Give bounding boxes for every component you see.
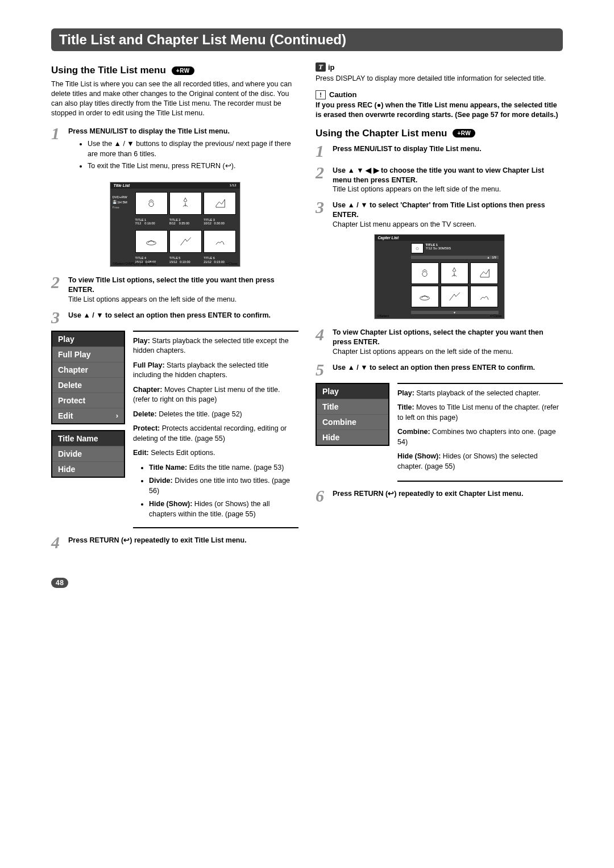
tl-time-free: 1H 5M bbox=[117, 201, 127, 204]
title-thumb-6 bbox=[204, 230, 236, 253]
tl-cap-2: TITLE 2 8/12 0:35:00 bbox=[169, 218, 202, 226]
chapter-thumb-3 bbox=[470, 262, 498, 284]
tip-text: Press DISPLAY to display more detailed t… bbox=[316, 74, 563, 84]
step-1-bullet-1: Use the ▲ / ▼ buttons to display the pre… bbox=[88, 139, 298, 159]
r-step-6: 6 Press RETURN (↩) repeatedly to exit Ch… bbox=[316, 487, 563, 504]
option-title: Title bbox=[317, 399, 388, 414]
chapter-list-screenshot: Capter List TITLE 1 7/12 Su 30M59S ▲ 1/9… bbox=[374, 234, 505, 319]
step-number-icon: 1 bbox=[316, 143, 329, 160]
chapter-thumb-6 bbox=[470, 286, 498, 307]
r-step3-text: Chapter List menu appears on the TV scre… bbox=[333, 220, 476, 228]
r-step2-text: Title List options appears on the left s… bbox=[333, 185, 501, 193]
section-heading-title-list: Using the Title List menu +RW bbox=[51, 65, 298, 76]
chapter-thumb-2 bbox=[441, 262, 468, 284]
r-options-box: Play Title Combine Hide bbox=[316, 383, 389, 446]
svg-point-0 bbox=[149, 202, 154, 206]
intro-paragraph: The Title List is where you can see the … bbox=[51, 80, 298, 118]
cl-title-thumb bbox=[411, 243, 424, 253]
cl-count: 1/9 bbox=[492, 256, 496, 259]
r-step3-bold: Use ▲ / ▼ to select 'Chapter' from Title… bbox=[333, 201, 545, 219]
r-step4-bold: To view Chapter List options, select the… bbox=[333, 328, 544, 346]
tip-icon: T bbox=[316, 62, 326, 72]
title-thumb-4 bbox=[135, 230, 168, 253]
options-desc-row: Play Full Play Chapter Delete Protect Ed… bbox=[51, 331, 298, 529]
option-edit: Edit› bbox=[52, 408, 124, 423]
two-column-layout: Using the Title List menu +RW The Title … bbox=[51, 62, 563, 556]
left-column: Using the Title List menu +RW The Title … bbox=[51, 62, 298, 556]
step-number-icon: 3 bbox=[51, 309, 65, 326]
options-box-2: Title Name Divide Hide bbox=[51, 430, 125, 478]
caution-label: Caution bbox=[329, 90, 356, 99]
rw-badge: +RW bbox=[172, 66, 194, 75]
step-number-icon: 6 bbox=[316, 487, 329, 504]
option-hide: Hide bbox=[52, 461, 124, 477]
chapter-thumb-5 bbox=[441, 286, 468, 307]
option-full-play: Full Play bbox=[52, 347, 124, 362]
tl-header: Title List bbox=[114, 183, 130, 187]
step-number-icon: 4 bbox=[316, 326, 329, 357]
caution-text: If you press REC (●) when the Title List… bbox=[316, 101, 563, 120]
right-column: T ip Press DISPLAY to display more detai… bbox=[316, 62, 563, 556]
title-thumb-5 bbox=[169, 230, 202, 253]
title-thumb-1 bbox=[135, 192, 168, 215]
section-heading-chapter-list: Using the Chapter List menu +RW bbox=[316, 128, 563, 139]
title-list-screenshot: Title List 1/12 DVD+RW 💾 1H 5M Free TITL… bbox=[110, 182, 240, 267]
step-number-icon: 2 bbox=[316, 164, 329, 195]
step-1: 1 Press MENU/LIST to display the Title L… bbox=[51, 125, 298, 177]
page-title-bar: Title List and Chapter List Menu (Contin… bbox=[51, 28, 563, 51]
step-number-icon: 5 bbox=[316, 361, 329, 378]
heading-text: Using the Chapter List menu bbox=[316, 128, 447, 139]
option-protect: Protect bbox=[52, 393, 124, 408]
r-step5-bold: Use ▲ / ▼ to select an option then press… bbox=[333, 364, 535, 372]
step-number-icon: 1 bbox=[51, 125, 65, 177]
option-play: Play bbox=[52, 332, 124, 347]
option-play: Play bbox=[317, 384, 388, 399]
tl-side-info: DVD+RW 💾 1H 5M Free bbox=[113, 195, 127, 210]
r-options-desc-row: Play Title Combine Hide Play: Starts pla… bbox=[316, 383, 563, 482]
r-step-1: 1 Press MENU/LIST to display Title List … bbox=[316, 143, 563, 160]
tl-cap-3: TITLE 3 10/12 0:30:00 bbox=[204, 218, 236, 226]
step-4-bold: Press RETURN (↩) repeatedly to exit Titl… bbox=[68, 536, 247, 544]
title-thumb-2 bbox=[169, 192, 202, 215]
r-step-2: 2 Use ▲ ▼ ◀ ▶ to choose the title you wa… bbox=[316, 164, 563, 195]
svg-point-3 bbox=[422, 272, 427, 276]
tl-count: 1/12 bbox=[230, 183, 237, 187]
chapter-thumb-1 bbox=[411, 262, 439, 284]
tl-footer-left: ⊙Select DISPLAY Info ●REC bbox=[113, 261, 157, 265]
step-2: 2 To view Title List options, select the… bbox=[51, 274, 298, 304]
option-title-name: Title Name bbox=[52, 431, 124, 446]
option-chapter: Chapter bbox=[52, 362, 124, 377]
svg-point-1 bbox=[147, 241, 156, 245]
r-step2-bold: Use ▲ ▼ ◀ ▶ to choose the title you want… bbox=[333, 166, 544, 184]
option-hide: Hide bbox=[317, 429, 388, 445]
step-3-bold: Use ▲ / ▼ to select an option then press… bbox=[68, 311, 271, 319]
cl-sub: 7/12 Su 30M59S bbox=[426, 247, 451, 250]
rw-badge: +RW bbox=[453, 129, 475, 137]
r-step-5: 5 Use ▲ / ▼ to select an option then pre… bbox=[316, 361, 563, 378]
chevron-right-icon: › bbox=[116, 411, 118, 420]
r-step-3: 3 Use ▲ / ▼ to select 'Chapter' from Tit… bbox=[316, 199, 563, 229]
r-step-4: 4 To view Chapter List options, select t… bbox=[316, 326, 563, 357]
r-step4-text: Chapter List options appears on the left… bbox=[333, 348, 513, 356]
r-options-descriptions: Play: Starts playback of the selected ch… bbox=[397, 383, 563, 482]
step-2-bold: To view Title List options, select the t… bbox=[68, 276, 275, 294]
tl-disc-type: DVD+RW bbox=[113, 195, 127, 200]
step-3: 3 Use ▲ / ▼ to select an option then pre… bbox=[51, 309, 298, 326]
option-divide: Divide bbox=[52, 446, 124, 461]
title-thumb-3 bbox=[204, 192, 236, 215]
step-1-bold: Press MENU/LIST to display the Title Lis… bbox=[68, 127, 230, 135]
cl-header: Capter List bbox=[375, 235, 504, 241]
step-4: 4 Press RETURN (↩) repeatedly to exit Ti… bbox=[51, 534, 298, 551]
tl-cap-1: TITLE 1 7/12 0:16:00 bbox=[135, 218, 168, 226]
step-1-bullet-2: To exit the Title List menu, press RETUR… bbox=[88, 161, 298, 172]
caution-heading: ! Caution bbox=[316, 90, 563, 99]
tip-label: ip bbox=[328, 63, 335, 72]
page-title: Title List and Chapter List Menu (Contin… bbox=[59, 32, 346, 47]
svg-point-2 bbox=[416, 247, 418, 249]
tl-free-label: Free bbox=[113, 206, 119, 209]
cl-footer-right: ↩Close bbox=[490, 314, 501, 318]
caution-icon: ! bbox=[316, 90, 326, 99]
step-number-icon: 2 bbox=[51, 274, 65, 304]
step-number-icon: 4 bbox=[51, 534, 65, 551]
option-delete: Delete bbox=[52, 377, 124, 393]
